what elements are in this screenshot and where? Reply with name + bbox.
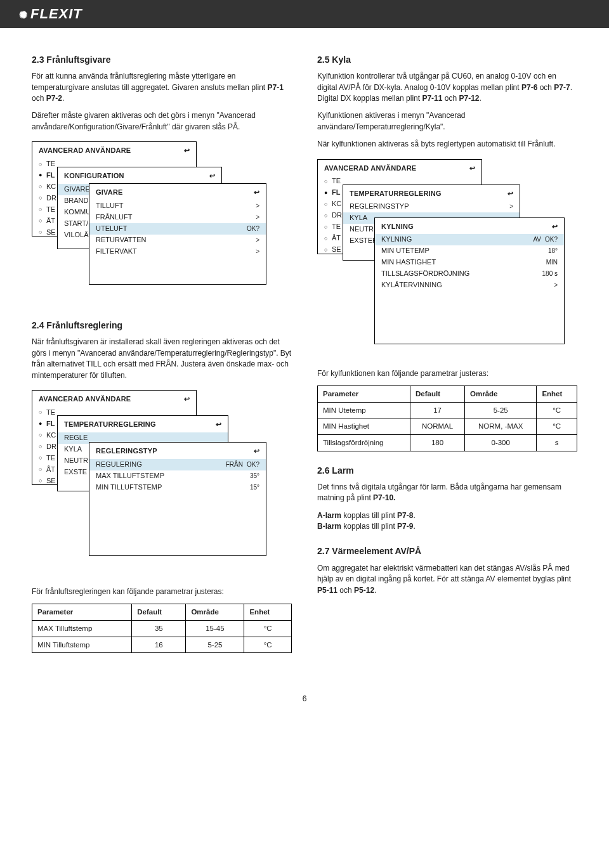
back-icon[interactable]: ↩ (552, 222, 558, 232)
menu2-title: TEMPERATURREGLERING (350, 189, 442, 199)
menu3-item[interactable]: RETURVATTEN> (89, 235, 266, 246)
back-icon[interactable]: ↩ (469, 164, 475, 174)
th: Parameter (318, 385, 410, 402)
fan-icon: ✺ (19, 10, 28, 20)
s26-p3: B-larm kopplas till plint P7-9. (317, 521, 577, 532)
page-number: 6 (0, 687, 609, 723)
s26-p2: A-larm kopplas till plint P7-8. (317, 510, 577, 521)
menu3-title: REGLERINGSTYP (96, 446, 157, 457)
menu-cascade-2-3: AVANCERAD ANVÄNDARE ↩ ○TE ●FL ○KC ○DR ○T… (32, 141, 292, 306)
brand-text: FLEXIT (30, 6, 82, 22)
back-icon[interactable]: ↩ (254, 188, 259, 198)
s23-p1: För att kunna använda frånluftsreglering… (32, 71, 292, 104)
heading-2-5: 2.5 Kyla (317, 53, 577, 66)
menu3-item[interactable]: TILLSLAGSFÖRDRÖJNING180 s (375, 268, 564, 280)
menu2-item[interactable]: REGLERINGSTYP> (343, 201, 520, 212)
menu1-title: AVANCERAD ANVÄNDARE (324, 164, 416, 174)
menu2-title: KONFIGURATION (64, 171, 124, 181)
th: Parameter (32, 604, 132, 621)
th: Område (465, 385, 537, 402)
brand-logo: ✺FLEXIT (19, 6, 82, 22)
table-row: MIN Utetemp 17 5-25 °C (318, 402, 577, 418)
s25-tbl-intro: För kylfunktionen kan följande parametra… (317, 368, 577, 379)
s25-p2: Kylfunktionen aktiveras i menyn "Avancer… (317, 110, 577, 133)
menu3-item[interactable]: KYLNINGAVOK? (375, 234, 564, 245)
s25-p1: Kylfunktion kontrollerar två utgångar på… (317, 71, 577, 104)
menu3-item[interactable]: MIN TILLUFTSTEMP15° (89, 482, 266, 493)
back-icon[interactable]: ↩ (254, 446, 259, 457)
menu-level-3: KYLNING ↩ KYLNINGAVOK? MIN UTETEMP18° MI… (374, 217, 565, 344)
table-row: MIN Hastighet NORMAL NORM, -MAX °C (318, 418, 577, 435)
s25-p3: När kylfunktionen aktiveras så byts regl… (317, 139, 577, 150)
back-icon[interactable]: ↩ (216, 420, 221, 430)
heading-2-7: 2.7 Värmeelement AV/PÅ (317, 545, 577, 557)
menu3-title: GIVARE (96, 188, 123, 198)
th: Enhet (244, 604, 292, 621)
menu3-item[interactable]: MAX TILLUFTSTEMP35° (89, 470, 266, 482)
menu-level-3: GIVARE ↩ TILLUFT> FRÅNLUFT> UTELUFTOK? R… (89, 183, 266, 285)
table-row: MAX Tilluftstemp 35 15-45 °C (32, 621, 292, 637)
th: Enhet (537, 385, 577, 402)
s24-tbl-intro: För frånluftsregleringen kan följande pa… (32, 586, 292, 597)
s26-p1: Det finns två digitala utgångar för larm… (317, 482, 577, 504)
menu3-item[interactable]: FRÅNLUFT> (89, 212, 266, 223)
table-row: Tillslagsfördröjning 180 0-300 s (318, 434, 577, 451)
back-icon[interactable]: ↩ (184, 146, 190, 156)
menu1-title: AVANCERAD ANVÄNDARE (39, 146, 131, 156)
menu-level-3: REGLERINGSTYP ↩ REGULERINGFRÅNOK? MAX TI… (89, 442, 266, 556)
heading-2-4: 2.4 Frånluftsreglering (32, 319, 292, 332)
top-bar: ✺FLEXIT (0, 0, 609, 28)
menu-cascade-2-5: AVANCERAD ANVÄNDARE ↩ ○TE ●FL ○KC ○DR ○T… (317, 159, 577, 356)
params-table-2-4: Parameter Default Område Enhet MAX Tillu… (32, 604, 292, 653)
menu-cascade-2-4: AVANCERAD ANVÄNDARE ↩ ○TE ●FL ○KC ○DR ○T… (32, 390, 292, 574)
back-icon[interactable]: ↩ (184, 394, 190, 405)
th: Område (186, 604, 244, 621)
menu3-item[interactable]: MIN UTETEMP18° (375, 245, 564, 257)
menu3-title: KYLNING (381, 222, 414, 232)
menu3-item[interactable]: FILTERVAKT> (89, 246, 266, 257)
s23-p2: Därefter måste givaren aktiveras och det… (32, 110, 292, 133)
menu3-item[interactable]: MIN HASTIGHETMIN (375, 257, 564, 268)
back-icon[interactable]: ↩ (209, 171, 215, 181)
s27-p1: Om aggregatet har elektriskt värmebatter… (317, 563, 577, 596)
s24-p1: När frånluftsgivaren är installerad skal… (32, 337, 292, 381)
menu2-title: TEMPERATURREGLERING (64, 420, 156, 430)
menu3-item[interactable]: TILLUFT> (89, 200, 266, 212)
menu3-item[interactable]: KYLÅTERVINNING> (375, 280, 564, 291)
heading-2-6: 2.6 Larm (317, 464, 577, 477)
menu3-item[interactable]: UTELUFTOK? (89, 223, 266, 235)
menu3-item[interactable]: REGULERINGFRÅNOK? (89, 459, 266, 470)
back-icon[interactable]: ↩ (508, 189, 513, 199)
heading-2-3: 2.3 Frånluftsgivare (32, 53, 292, 66)
params-table-2-5: Parameter Default Område Enhet MIN Utete… (317, 385, 577, 451)
table-row: MIN Tilluftstemp 16 5-25 °C (32, 637, 292, 653)
menu1-title: AVANCERAD ANVÄNDARE (39, 394, 131, 405)
th: Default (132, 604, 186, 621)
th: Default (410, 385, 465, 402)
